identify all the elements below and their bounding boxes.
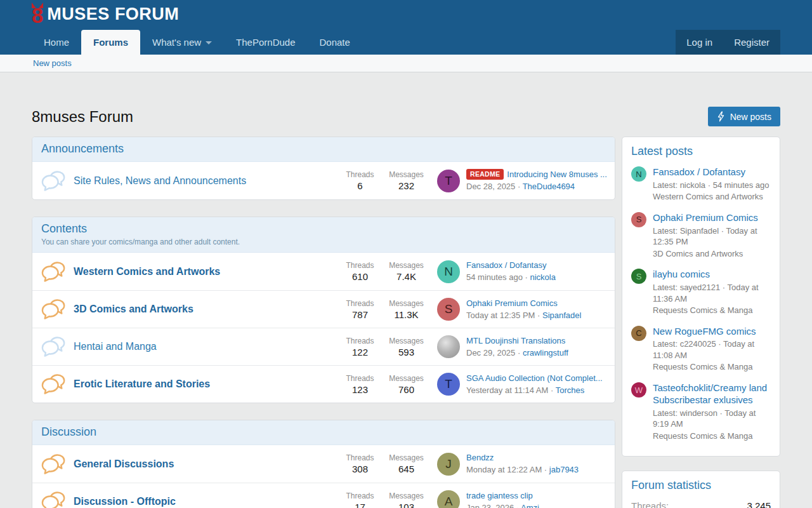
register-button[interactable]: Register bbox=[723, 30, 780, 55]
forum-stats: Threads122 Messages593 bbox=[337, 337, 429, 358]
avatar[interactable] bbox=[437, 335, 460, 358]
threads-label: Threads bbox=[337, 374, 383, 383]
messages-label: Messages bbox=[383, 170, 429, 179]
latest-thread-link[interactable]: MTL Doujinshi Translations bbox=[466, 336, 565, 345]
latest-meta: Latest: Sipanfadel · Today at 12:35 PM bbox=[653, 225, 771, 248]
main-nav: Home Forums What's new ThePornDude Donat… bbox=[0, 30, 812, 55]
latest-post-item: C New RogueFMG comics Latest: c2240025 ·… bbox=[631, 326, 771, 373]
forum-name: 3D Comics and Artworks bbox=[653, 248, 771, 260]
site-header: 8 MUSES FORUM Home Forums What's new The… bbox=[0, 0, 812, 72]
latest-thread-link[interactable]: trade giantess clip bbox=[466, 491, 533, 500]
threads-label: Threads bbox=[337, 299, 383, 308]
auth-nav: Log in Register bbox=[676, 30, 780, 55]
forum-link[interactable]: Discussion - Offtopic bbox=[74, 496, 176, 507]
latest-thread-link[interactable]: SGA Audio Collection (Not Complet... bbox=[466, 373, 603, 383]
threads-label: Threads bbox=[337, 491, 383, 500]
category-header: Announcements bbox=[32, 137, 615, 162]
avatar[interactable]: S bbox=[631, 212, 646, 227]
forum-row: General Discussions Threads308 Messages6… bbox=[32, 445, 615, 483]
thread-link[interactable]: New RogueFMG comics bbox=[653, 326, 771, 338]
page-title: 8muses Forum bbox=[32, 108, 133, 126]
latest-date: Monday at 12:22 AM · bbox=[466, 465, 547, 474]
comments-icon bbox=[41, 261, 65, 283]
forum-list: Announcements Site Rules, News and Annou… bbox=[32, 137, 615, 508]
latest-thread-link[interactable]: Fansadox / Dofantasy bbox=[466, 260, 546, 270]
new-posts-button[interactable]: New posts bbox=[708, 107, 780, 126]
nav-item-label: What's new bbox=[152, 37, 201, 48]
latest-user-link[interactable]: crawlingstuff bbox=[523, 348, 568, 358]
stat-value: 3,245 bbox=[747, 500, 771, 508]
avatar[interactable]: T bbox=[437, 170, 460, 192]
category-contents: Contents You can share your comics/manga… bbox=[32, 217, 615, 403]
latest-thread-link[interactable]: Introducing New 8muses ... bbox=[507, 170, 607, 179]
forum-row: Hentai and Manga Threads122 Messages593 … bbox=[32, 328, 615, 365]
threads-count: 308 bbox=[337, 464, 383, 474]
forum-row: Erotic Literature and Stories Threads123… bbox=[32, 365, 615, 403]
latest-post-cell: T READMEIntroducing New 8muses ... Dec 2… bbox=[437, 169, 607, 192]
forum-link[interactable]: 3D Comics and Artworks bbox=[74, 304, 193, 314]
category-header: Discussion bbox=[32, 420, 615, 445]
forum-link[interactable]: General Discussions bbox=[74, 458, 174, 469]
login-button[interactable]: Log in bbox=[676, 30, 723, 55]
nav-item-forums[interactable]: Forums bbox=[81, 30, 140, 55]
threads-count: 123 bbox=[337, 384, 383, 395]
threads-label: Threads bbox=[337, 261, 383, 270]
latest-user-link[interactable]: Amzi bbox=[521, 503, 539, 508]
thread-link[interactable]: Ophaki Premium Comics bbox=[653, 212, 771, 224]
latest-posts-title[interactable]: Latest posts bbox=[631, 145, 771, 158]
threads-count: 122 bbox=[337, 347, 383, 358]
messages-label: Messages bbox=[383, 491, 429, 500]
forum-link[interactable]: Western Comics and Artworks bbox=[74, 266, 220, 277]
avatar[interactable]: J bbox=[437, 453, 460, 476]
avatar[interactable]: S bbox=[631, 269, 646, 284]
forum-name: Western Comics and Artworks bbox=[653, 191, 769, 203]
avatar[interactable]: C bbox=[631, 326, 646, 341]
forum-name: Requests Comics & Manga bbox=[653, 305, 771, 316]
avatar[interactable]: W bbox=[631, 382, 646, 398]
comments-icon bbox=[41, 336, 65, 358]
latest-user-link[interactable]: Sipanfadel bbox=[542, 311, 581, 320]
forum-link[interactable]: Site Rules, News and Announcements bbox=[74, 175, 246, 186]
messages-label: Messages bbox=[383, 337, 429, 345]
forum-link[interactable]: Hentai and Manga bbox=[74, 341, 157, 352]
latest-date: Today at 12:35 PM · bbox=[466, 311, 540, 320]
site-logo[interactable]: 8 MUSES FORUM bbox=[32, 4, 179, 26]
subnav-new-posts-link[interactable]: New posts bbox=[33, 58, 72, 68]
latest-post-cell: S Ophaki Premium Comics Today at 12:35 P… bbox=[437, 298, 607, 321]
stat-label: Threads: bbox=[631, 500, 669, 508]
latest-date: Yesterday at 11:14 AM · bbox=[466, 385, 553, 395]
latest-thread-link[interactable]: Ophaki Premium Comics bbox=[466, 298, 558, 308]
nav-item-theporndude[interactable]: ThePornDude bbox=[224, 30, 307, 55]
latest-user-link[interactable]: Torches bbox=[556, 385, 585, 395]
thread-link[interactable]: ilayhu comics bbox=[653, 269, 771, 281]
nav-item-whats-new[interactable]: What's new bbox=[140, 30, 224, 55]
category-title-link[interactable]: Discussion bbox=[41, 425, 96, 438]
forum-statistics-title: Forum statistics bbox=[631, 479, 771, 492]
latest-user-link[interactable]: nickola bbox=[530, 272, 555, 282]
thread-link[interactable]: Tasteofchoklit/Creamy land Subscribestar… bbox=[653, 382, 771, 406]
forum-link[interactable]: Erotic Literature and Stories bbox=[74, 378, 210, 389]
nav-item-home[interactable]: Home bbox=[32, 30, 81, 55]
latest-user-link[interactable]: jab7943 bbox=[549, 465, 579, 474]
thread-link[interactable]: Fansadox / Dofantasy bbox=[653, 166, 769, 178]
avatar[interactable]: N bbox=[631, 166, 646, 182]
avatar[interactable]: N bbox=[437, 260, 460, 283]
latest-post-item: W Tasteofchoklit/Creamy land Subscribest… bbox=[631, 382, 771, 441]
threads-count: 17 bbox=[337, 502, 383, 508]
latest-post-cell: N Fansadox / Dofantasy 54 minutes ago · … bbox=[437, 260, 607, 283]
forum-stats: Threads308 Messages645 bbox=[337, 453, 429, 474]
category-title-link[interactable]: Announcements bbox=[41, 142, 124, 155]
forum-row: 3D Comics and Artworks Threads787 Messag… bbox=[32, 290, 615, 328]
nav-item-donate[interactable]: Donate bbox=[308, 30, 362, 55]
avatar[interactable]: A bbox=[437, 490, 460, 508]
avatar[interactable]: T bbox=[437, 373, 460, 396]
comments-icon bbox=[41, 373, 65, 395]
threads-label: Threads bbox=[337, 170, 383, 179]
latest-user-link[interactable]: TheDude4694 bbox=[523, 182, 575, 191]
latest-thread-link[interactable]: Bendzz bbox=[466, 453, 494, 462]
threads-count: 787 bbox=[337, 309, 383, 320]
latest-post-cell: T SGA Audio Collection (Not Complet... Y… bbox=[437, 373, 607, 396]
latest-date: Dec 28, 2025 · bbox=[466, 182, 520, 191]
avatar[interactable]: S bbox=[437, 298, 460, 321]
category-title-link[interactable]: Contents bbox=[41, 222, 87, 235]
